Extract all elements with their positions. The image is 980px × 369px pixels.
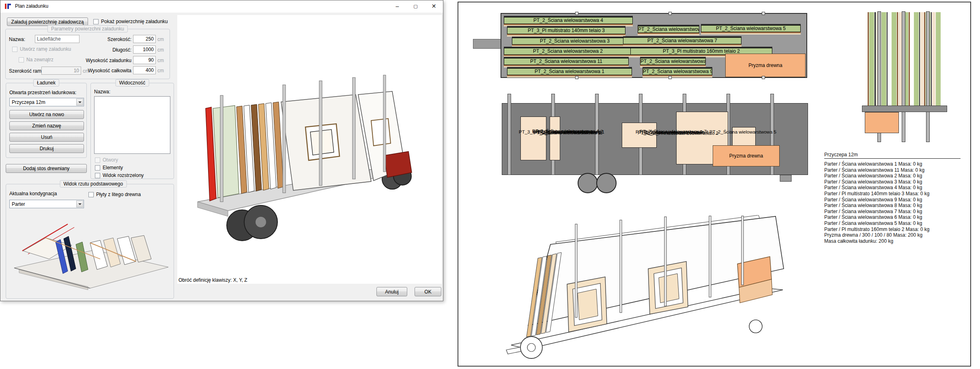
rotate-keys-hint: Obróć definicję klawiszy: X, Y, Z [178,277,247,283]
cargo-action-button[interactable]: Drukuj [9,144,84,153]
mass-report-line: Masa całkowita ładunku: 200 kg [824,238,965,244]
plan-view[interactable]: PT_2_Ściana wielowarstwowa 4PT_3_Pl mult… [501,13,807,78]
selection-grip[interactable] [762,76,765,79]
panel-plan-label[interactable]: PT_2_Ściana wielowarstwowa 7 [623,37,741,44]
mass-report-line: Parter / Ściana wielowarstwowa 2 Masa: 0… [824,173,965,179]
add-wood-stack-button[interactable]: Dodaj stos drewniany [6,164,87,173]
panel-plan-label[interactable]: PT_2_Ściana wielowarstwowa 8 [640,58,706,65]
stake-post [902,11,905,142]
create-frame-checkbox[interactable]: Utwórz ramę załadunku [12,46,71,52]
checkbox-icon[interactable] [12,47,17,52]
mass-report-line: Parter / Ściana wielowarstwowa 11 Masa: … [824,167,965,173]
storey-combobox[interactable]: Parter [9,200,84,208]
trailer-3d-viewport[interactable]: Obróć definicję klawiszy: X, Y, Z [177,15,442,284]
trailer-bed-band [862,106,947,112]
panel-plan-label[interactable]: PT_2_Ściana wielowarstwowa 1 [507,68,632,75]
cargo-action-button[interactable]: Usuń [9,133,84,142]
cargo-group-title: Ładunek [33,79,59,86]
visibility-name-label: Nazwa: [94,89,110,95]
storey-value: Parter [12,201,25,207]
dialog-titlebar[interactable]: Plan załadunku – ▢ ✕ [0,0,443,13]
pryzma-drewna-plan-box[interactable]: Pryzma drewna [725,54,806,77]
panel-plan-label[interactable]: PT_2_Ściana wielowarstwowa 6 [638,26,699,33]
open-space-combobox[interactable]: Przyczepa 12m [9,98,84,106]
selection-grip[interactable] [668,12,672,15]
visibility-group: Widoczność Nazwa: Otwory Elementy Widok … [90,83,174,179]
total-height-field[interactable]: 400 [133,66,156,74]
load-surface-button[interactable]: Załaduj powierzchnię załadowczą [7,17,88,26]
selection-grip[interactable] [575,76,578,79]
frame-width-field[interactable]: 10 [41,67,81,75]
selection-grip[interactable] [762,12,765,15]
panel-edge-stripe [909,12,910,106]
total-height-unit: cm [157,68,164,73]
mass-report-line: Parter / Pl multistrato 160mm telaio 2 M… [824,227,965,233]
mass-report-line: Parter / Pl multistrato 140mm telaio 3 M… [824,191,965,197]
isometric-view[interactable] [499,215,807,365]
chevron-down-icon[interactable] [76,201,83,207]
panel-plan-label[interactable]: PT_2_Ściana wielowarstwowa 11 [504,58,629,65]
mass-report-line: Parter / Ściana wielowarstwowa 3 Masa: 0… [824,179,965,185]
panel-plan-label[interactable]: PT_2_Ściana wielowarstwowa 3 [512,38,638,45]
checkbox-icon[interactable] [88,192,94,197]
panel-edge-stripe [881,12,886,106]
visibility-checkbox[interactable]: Elementy [95,165,172,170]
checkbox-icon[interactable] [95,158,100,163]
panel-edge-stripe [936,12,941,106]
checkbox-icon[interactable] [95,173,100,178]
load-height-field[interactable]: 90 [133,56,156,64]
visibility-checkbox-label: Otwory [103,157,118,163]
stake-post [926,11,930,142]
panel-plan-label[interactable]: PT_2_Ściana wielowarstwowa 2 [504,48,632,55]
maximize-icon[interactable]: ▢ [406,0,425,12]
checkbox-icon[interactable] [19,57,24,63]
width-label: Szerokość: [85,37,131,42]
panel-edge-stripe [869,12,874,106]
total-height-label: Wysokość całkowita [85,68,131,73]
cargo-action-button[interactable]: Utwórz na nowo [9,110,84,119]
close-icon[interactable]: ✕ [425,0,443,12]
params-group: Parametry powierzchni załadunku Nazwa: L… [5,29,170,79]
checkbox-icon[interactable] [95,165,100,170]
pryzma-drewna-end-box [865,112,899,133]
panel-edge-stripe [920,12,924,106]
selection-grip[interactable] [668,76,672,79]
panel-plan-label[interactable]: PT_2_Ściana wielowarstwowa 5 [701,25,801,32]
panel-plan-label[interactable]: PT_2_Ściana wielowarstwowa 4 [504,17,633,24]
dialog-title: Plan załadunku [15,3,48,9]
mass-report-line: Parter / Ściana wielowarstwowa 5 Masa: 0… [824,220,965,227]
name-field[interactable]: Ladefläche [35,35,80,43]
visibility-listbox[interactable] [94,96,170,154]
minimize-icon[interactable]: – [388,0,406,12]
mass-report-line: Parter / Ściana wielowarstwowa 1 Masa: 0… [824,161,965,167]
cancel-button[interactable]: Anuluj [376,287,407,296]
cargo-action-button[interactable]: Zmień nazwę [9,121,84,130]
width-field[interactable]: 250 [133,35,156,43]
show-surface-checkbox[interactable]: Pokaż powierzchnię załadunku [93,19,168,24]
chevron-down-icon[interactable] [76,99,83,106]
outside-label: Na zewnątrz [26,57,54,63]
checkbox-icon[interactable] [93,19,99,24]
panel-plan-label[interactable]: PT_2_Ściana wielowarstwowa 9 [643,68,712,75]
ok-button[interactable]: OK [415,287,441,296]
mass-report-title: Przyczepa 12m [824,152,961,159]
cargo-group: Ładunek Otwarta przestrzeń ładunkowa: Pr… [6,83,87,158]
solid-wood-checkbox[interactable]: Płyty z litego drewna [88,192,141,197]
panel-edge-stripe [932,12,935,106]
mass-report-line: Pryzma drewna / 300 / 100 / 80 Masa: 200… [824,232,965,238]
length-field[interactable]: 1000 [133,45,156,54]
panel-edge-stripe [868,12,869,106]
params-group-title: Parametry powierzchni załadunku [47,25,128,32]
selection-grip[interactable] [575,12,578,15]
panel-plan-label[interactable]: PT_3_Pl multistrato 140mm telaio 3 [507,27,625,34]
visibility-checkbox[interactable]: Otwory [95,157,172,163]
house-preview-image [7,210,172,297]
outside-checkbox[interactable]: Na zewnątrz [19,57,54,63]
panel-edge-stripe [910,12,913,106]
visibility-checkbox[interactable]: Widok rozstrzelony [95,173,172,178]
end-view[interactable] [862,11,947,143]
elevation-view[interactable]: PT_3_Pl multistrato 140mm telaio 3PT_2_Ś… [502,92,808,194]
name-label: Nazwa: [9,37,25,42]
mass-report-line: Parter / Ściana wielowarstwowa 4 Masa: 0… [824,185,965,191]
load-height-unit: cm [157,58,164,63]
